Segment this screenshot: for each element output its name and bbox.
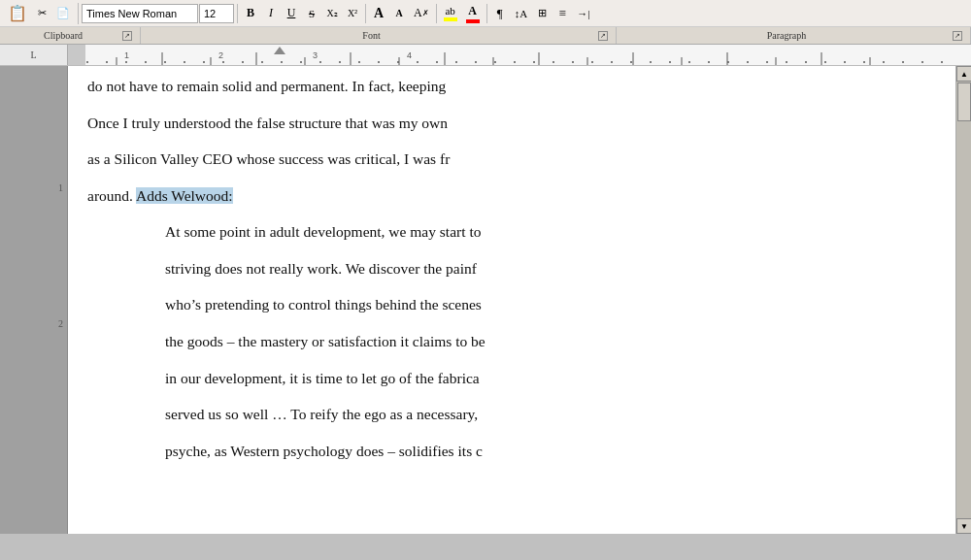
copy-button[interactable]: 📄 bbox=[52, 3, 74, 24]
svg-point-46 bbox=[883, 61, 885, 63]
svg-point-33 bbox=[630, 61, 632, 63]
svg-point-32 bbox=[611, 61, 613, 63]
paragraph-2: Once I truly understood the false struct… bbox=[87, 111, 926, 136]
paragraph-11: psyche, as Western psychology does – sol… bbox=[165, 439, 926, 464]
svg-point-13 bbox=[242, 61, 244, 63]
svg-point-37 bbox=[708, 61, 710, 63]
separator-2 bbox=[365, 4, 366, 23]
highlight-yellow-button[interactable]: ab bbox=[440, 3, 461, 24]
svg-point-7 bbox=[125, 61, 127, 63]
svg-point-20 bbox=[378, 61, 380, 63]
svg-point-26 bbox=[494, 61, 496, 63]
paragraph-10: served us so well … To reify the ego as … bbox=[165, 402, 926, 427]
paragraph-expand-icon[interactable]: ↗ bbox=[953, 31, 962, 41]
paragraph-3: as a Silicon Valley CEO whose success wa… bbox=[87, 147, 926, 172]
ruler-type-symbol: L bbox=[30, 49, 36, 60]
font-size-input[interactable] bbox=[199, 4, 234, 23]
toolbar-clipboard-group: 📋 ✂ 📄 bbox=[4, 3, 79, 24]
svg-text:1: 1 bbox=[124, 50, 129, 60]
paragraph-11-text: psyche, as Western psychology does – sol… bbox=[165, 443, 483, 459]
clear-format-button[interactable]: A✗ bbox=[410, 3, 433, 24]
svg-text:2: 2 bbox=[218, 50, 223, 60]
font-label: Font bbox=[149, 30, 594, 41]
svg-point-39 bbox=[747, 61, 749, 63]
svg-point-25 bbox=[475, 61, 477, 63]
svg-point-27 bbox=[514, 61, 516, 63]
scrollbar-thumb[interactable] bbox=[957, 82, 971, 121]
svg-point-18 bbox=[339, 61, 341, 63]
paragraph-1: do not have to remain solid and permanen… bbox=[87, 74, 926, 99]
ribbon-bar: Clipboard ↗ Font ↗ Paragraph ↗ bbox=[0, 27, 971, 45]
svg-point-36 bbox=[688, 61, 690, 63]
underline-button[interactable]: U bbox=[282, 3, 301, 24]
strikethrough-button[interactable]: S bbox=[302, 3, 321, 24]
paragraph-7-text: who’s pretending to control things behin… bbox=[165, 296, 482, 313]
subscript-button[interactable]: X₂ bbox=[322, 3, 342, 24]
paragraph-mark-button[interactable]: ¶ bbox=[490, 3, 510, 24]
scrollbar-track[interactable] bbox=[956, 82, 971, 518]
ribbon-font-section: Font ↗ bbox=[141, 27, 617, 44]
svg-point-43 bbox=[824, 61, 826, 63]
svg-point-34 bbox=[650, 61, 652, 63]
scroll-up-button[interactable]: ▲ bbox=[956, 66, 971, 82]
ribbon-clipboard-section: Clipboard ↗ bbox=[0, 27, 141, 44]
indent-button[interactable]: →| bbox=[573, 3, 593, 24]
show-formatting-button[interactable]: ⊞ bbox=[532, 3, 552, 24]
svg-point-9 bbox=[164, 61, 166, 63]
paste-button[interactable]: 📋 bbox=[4, 3, 31, 24]
page-content[interactable]: do not have to remain solid and permanen… bbox=[68, 66, 955, 534]
clipboard-expand-icon[interactable]: ↗ bbox=[122, 31, 132, 41]
svg-text:3: 3 bbox=[313, 50, 318, 60]
paragraph-9: in our development, it is time to let go… bbox=[165, 366, 926, 391]
left-panel: 1 2 bbox=[0, 66, 68, 534]
paragraph-1-text: do not have to remain solid and permanen… bbox=[87, 78, 446, 94]
page-marker-2: 2 bbox=[58, 318, 63, 329]
ruler-type-indicator[interactable]: L bbox=[0, 45, 68, 65]
svg-point-48 bbox=[921, 61, 923, 63]
paragraph-10-text: served us so well … To reify the ego as … bbox=[165, 406, 478, 422]
ruler-svg: 1 2 3 4 bbox=[68, 45, 971, 65]
clipboard-label: Clipboard bbox=[8, 30, 118, 41]
font-shrink-button[interactable]: A bbox=[389, 3, 409, 24]
paragraph-8: the goods – the mastery or satisfaction … bbox=[165, 329, 926, 354]
paragraph-4: around. Adds Welwood: bbox=[87, 183, 926, 209]
font-name-input[interactable] bbox=[82, 4, 198, 23]
svg-point-10 bbox=[184, 61, 185, 63]
svg-point-49 bbox=[941, 61, 943, 63]
cut-button[interactable]: ✂ bbox=[32, 3, 51, 24]
svg-rect-0 bbox=[68, 45, 85, 65]
separator-3 bbox=[436, 4, 437, 23]
page-marker-1: 1 bbox=[58, 182, 63, 193]
superscript-button[interactable]: X² bbox=[343, 3, 362, 24]
svg-point-11 bbox=[203, 61, 205, 63]
svg-point-22 bbox=[417, 61, 419, 63]
svg-point-47 bbox=[902, 61, 904, 63]
toolbar-row: 📋 ✂ 📄 B I U S X₂ X² A A A✗ ab A ¶ ↕A ⊞ ≡… bbox=[0, 0, 971, 27]
ruler-container: L 1 2 3 4 bbox=[0, 45, 971, 66]
scroll-down-button[interactable]: ▼ bbox=[956, 518, 971, 534]
svg-point-35 bbox=[669, 61, 671, 63]
svg-point-6 bbox=[106, 61, 108, 63]
ribbon-paragraph-section: Paragraph ↗ bbox=[617, 27, 971, 44]
svg-point-5 bbox=[86, 61, 88, 63]
svg-point-14 bbox=[261, 61, 263, 63]
svg-text:4: 4 bbox=[407, 50, 412, 60]
paragraph-7: who’s pretending to control things behin… bbox=[165, 292, 926, 317]
svg-point-23 bbox=[436, 61, 438, 63]
paragraph-3-text: as a Silicon Valley CEO whose success wa… bbox=[87, 150, 450, 167]
svg-point-41 bbox=[786, 61, 787, 63]
align-left-button[interactable]: ≡ bbox=[552, 3, 572, 24]
paragraph-9-text: in our development, it is time to let go… bbox=[165, 370, 480, 386]
sort-button[interactable]: ↕A bbox=[511, 3, 531, 24]
font-grow-button[interactable]: A bbox=[369, 3, 388, 24]
font-expand-icon[interactable]: ↗ bbox=[598, 31, 608, 41]
paragraph-8-text: the goods – the mastery or satisfaction … bbox=[165, 333, 486, 349]
document-area: 1 2 do not have to remain solid and perm… bbox=[0, 66, 971, 534]
italic-button[interactable]: I bbox=[261, 3, 281, 24]
separator-1 bbox=[237, 4, 238, 23]
vertical-scrollbar[interactable]: ▲ ▼ bbox=[955, 66, 971, 534]
bold-button[interactable]: B bbox=[241, 3, 260, 24]
svg-point-12 bbox=[222, 61, 224, 63]
paragraph-4-selection: Adds Welwood: bbox=[136, 187, 233, 204]
font-color-button[interactable]: A bbox=[462, 3, 484, 24]
